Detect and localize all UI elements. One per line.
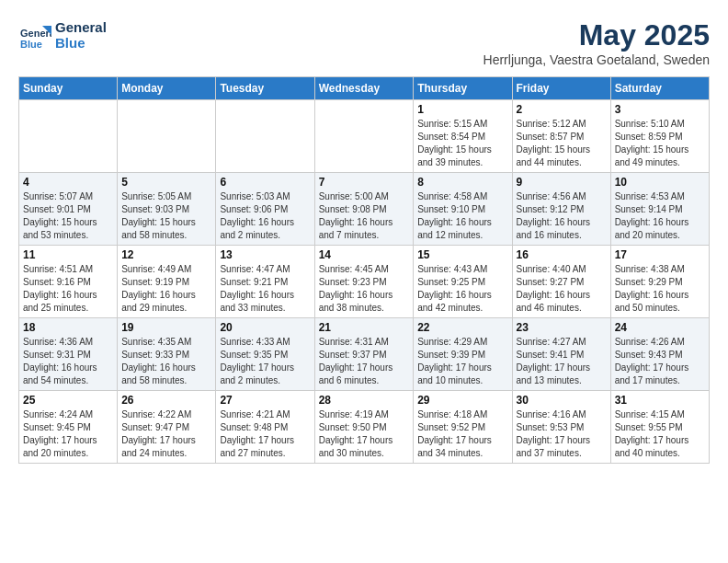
day-number: 18 <box>23 321 113 334</box>
cell-info: Sunrise: 4:45 AM Sunset: 9:23 PM Dayligh… <box>319 263 410 315</box>
day-number: 8 <box>417 176 507 189</box>
day-number: 14 <box>319 248 410 261</box>
week-row-3: 11Sunrise: 4:51 AM Sunset: 9:16 PM Dayli… <box>19 246 710 318</box>
cell-info: Sunrise: 4:33 AM Sunset: 9:35 PM Dayligh… <box>220 336 310 387</box>
day-number: 26 <box>121 394 211 407</box>
calendar-cell: 5Sunrise: 5:05 AM Sunset: 9:03 PM Daylig… <box>118 173 216 246</box>
calendar-cell <box>216 100 314 173</box>
calendar-header-row: SundayMondayTuesdayWednesdayThursdayFrid… <box>19 77 710 100</box>
calendar-cell: 8Sunrise: 4:58 AM Sunset: 9:10 PM Daylig… <box>414 173 512 246</box>
day-number: 25 <box>23 394 113 407</box>
logo: General Blue General Blue <box>18 18 107 52</box>
cell-info: Sunrise: 4:47 AM Sunset: 9:21 PM Dayligh… <box>220 263 310 315</box>
cell-info: Sunrise: 4:38 AM Sunset: 9:29 PM Dayligh… <box>615 263 705 315</box>
svg-text:Blue: Blue <box>20 39 42 50</box>
week-row-2: 4Sunrise: 5:07 AM Sunset: 9:01 PM Daylig… <box>19 173 710 246</box>
day-number: 7 <box>319 176 410 189</box>
calendar-cell: 30Sunrise: 4:16 AM Sunset: 9:53 PM Dayli… <box>512 391 610 464</box>
day-number: 28 <box>319 394 410 407</box>
calendar-cell: 2Sunrise: 5:12 AM Sunset: 8:57 PM Daylig… <box>512 100 610 173</box>
day-number: 23 <box>517 321 607 334</box>
calendar-cell: 28Sunrise: 4:19 AM Sunset: 9:50 PM Dayli… <box>314 391 414 464</box>
calendar-cell: 9Sunrise: 4:56 AM Sunset: 9:12 PM Daylig… <box>512 173 610 246</box>
day-number: 5 <box>121 176 211 189</box>
header-friday: Friday <box>512 77 610 100</box>
cell-info: Sunrise: 4:53 AM Sunset: 9:14 PM Dayligh… <box>615 190 705 242</box>
cell-info: Sunrise: 4:49 AM Sunset: 9:19 PM Dayligh… <box>121 263 211 315</box>
day-number: 15 <box>417 248 507 261</box>
location: Herrljunga, Vaestra Goetaland, Sweden <box>483 52 710 67</box>
day-number: 3 <box>615 103 705 116</box>
calendar-cell <box>314 100 414 173</box>
cell-info: Sunrise: 5:07 AM Sunset: 9:01 PM Dayligh… <box>23 190 113 242</box>
day-number: 1 <box>417 103 507 116</box>
header-saturday: Saturday <box>610 77 709 100</box>
day-number: 29 <box>417 394 507 407</box>
calendar-cell: 11Sunrise: 4:51 AM Sunset: 9:16 PM Dayli… <box>19 246 118 318</box>
calendar-cell: 29Sunrise: 4:18 AM Sunset: 9:52 PM Dayli… <box>414 391 512 464</box>
cell-info: Sunrise: 4:19 AM Sunset: 9:50 PM Dayligh… <box>319 408 410 460</box>
day-number: 22 <box>417 321 507 334</box>
calendar-cell: 19Sunrise: 4:35 AM Sunset: 9:33 PM Dayli… <box>118 318 216 391</box>
cell-info: Sunrise: 4:43 AM Sunset: 9:25 PM Dayligh… <box>417 263 507 315</box>
week-row-1: 1Sunrise: 5:15 AM Sunset: 8:54 PM Daylig… <box>19 100 710 173</box>
calendar-cell: 12Sunrise: 4:49 AM Sunset: 9:19 PM Dayli… <box>118 246 216 318</box>
calendar-cell: 17Sunrise: 4:38 AM Sunset: 9:29 PM Dayli… <box>610 246 709 318</box>
calendar-cell: 6Sunrise: 5:03 AM Sunset: 9:06 PM Daylig… <box>216 173 314 246</box>
cell-info: Sunrise: 4:35 AM Sunset: 9:33 PM Dayligh… <box>121 336 211 387</box>
calendar-cell: 15Sunrise: 4:43 AM Sunset: 9:25 PM Dayli… <box>414 246 512 318</box>
calendar-cell: 16Sunrise: 4:40 AM Sunset: 9:27 PM Dayli… <box>512 246 610 318</box>
cell-info: Sunrise: 5:10 AM Sunset: 8:59 PM Dayligh… <box>615 118 705 169</box>
calendar-cell <box>19 100 118 173</box>
calendar-cell: 20Sunrise: 4:33 AM Sunset: 9:35 PM Dayli… <box>216 318 314 391</box>
cell-info: Sunrise: 4:27 AM Sunset: 9:41 PM Dayligh… <box>517 336 607 387</box>
cell-info: Sunrise: 5:05 AM Sunset: 9:03 PM Dayligh… <box>121 190 211 242</box>
header-thursday: Thursday <box>414 77 512 100</box>
cell-info: Sunrise: 4:29 AM Sunset: 9:39 PM Dayligh… <box>417 336 507 387</box>
calendar-cell: 24Sunrise: 4:26 AM Sunset: 9:43 PM Dayli… <box>610 318 709 391</box>
cell-info: Sunrise: 5:03 AM Sunset: 9:06 PM Dayligh… <box>220 190 310 242</box>
calendar-cell: 31Sunrise: 4:15 AM Sunset: 9:55 PM Dayli… <box>610 391 709 464</box>
day-number: 21 <box>319 321 410 334</box>
day-number: 30 <box>517 394 607 407</box>
calendar-cell: 27Sunrise: 4:21 AM Sunset: 9:48 PM Dayli… <box>216 391 314 464</box>
page-header: General Blue General Blue May 2025 Herrl… <box>18 18 710 67</box>
calendar-cell: 14Sunrise: 4:45 AM Sunset: 9:23 PM Dayli… <box>314 246 414 318</box>
day-number: 12 <box>121 248 211 261</box>
header-monday: Monday <box>118 77 216 100</box>
logo-line2: Blue <box>55 35 107 51</box>
cell-info: Sunrise: 4:16 AM Sunset: 9:53 PM Dayligh… <box>517 408 607 460</box>
cell-info: Sunrise: 4:18 AM Sunset: 9:52 PM Dayligh… <box>417 408 507 460</box>
logo-line1: General <box>55 19 107 35</box>
cell-info: Sunrise: 4:31 AM Sunset: 9:37 PM Dayligh… <box>319 336 410 387</box>
day-number: 19 <box>121 321 211 334</box>
day-number: 16 <box>517 248 607 261</box>
calendar-cell: 1Sunrise: 5:15 AM Sunset: 8:54 PM Daylig… <box>414 100 512 173</box>
calendar-table: SundayMondayTuesdayWednesdayThursdayFrid… <box>18 76 710 464</box>
day-number: 20 <box>220 321 310 334</box>
cell-info: Sunrise: 4:15 AM Sunset: 9:55 PM Dayligh… <box>615 408 705 460</box>
day-number: 9 <box>517 176 607 189</box>
cell-info: Sunrise: 4:22 AM Sunset: 9:47 PM Dayligh… <box>121 408 211 460</box>
cell-info: Sunrise: 5:00 AM Sunset: 9:08 PM Dayligh… <box>319 190 410 242</box>
cell-info: Sunrise: 5:15 AM Sunset: 8:54 PM Dayligh… <box>417 118 507 169</box>
week-row-4: 18Sunrise: 4:36 AM Sunset: 9:31 PM Dayli… <box>19 318 710 391</box>
cell-info: Sunrise: 4:58 AM Sunset: 9:10 PM Dayligh… <box>417 190 507 242</box>
day-number: 10 <box>615 176 705 189</box>
title-block: May 2025 Herrljunga, Vaestra Goetaland, … <box>483 18 710 67</box>
day-number: 24 <box>615 321 705 334</box>
calendar-cell: 3Sunrise: 5:10 AM Sunset: 8:59 PM Daylig… <box>610 100 709 173</box>
calendar-cell: 25Sunrise: 4:24 AM Sunset: 9:45 PM Dayli… <box>19 391 118 464</box>
month-title: May 2025 <box>483 18 710 52</box>
header-sunday: Sunday <box>19 77 118 100</box>
day-number: 6 <box>220 176 310 189</box>
cell-info: Sunrise: 4:51 AM Sunset: 9:16 PM Dayligh… <box>23 263 113 315</box>
header-tuesday: Tuesday <box>216 77 314 100</box>
day-number: 31 <box>615 394 705 407</box>
day-number: 13 <box>220 248 310 261</box>
calendar-cell: 13Sunrise: 4:47 AM Sunset: 9:21 PM Dayli… <box>216 246 314 318</box>
cell-info: Sunrise: 4:26 AM Sunset: 9:43 PM Dayligh… <box>615 336 705 387</box>
calendar-cell: 4Sunrise: 5:07 AM Sunset: 9:01 PM Daylig… <box>19 173 118 246</box>
calendar-cell: 18Sunrise: 4:36 AM Sunset: 9:31 PM Dayli… <box>19 318 118 391</box>
calendar-cell: 7Sunrise: 5:00 AM Sunset: 9:08 PM Daylig… <box>314 173 414 246</box>
